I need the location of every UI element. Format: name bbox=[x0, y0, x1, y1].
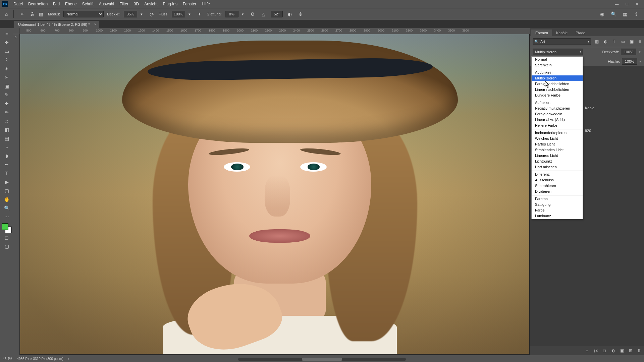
status-dimensions[interactable]: 4936 Px × 3319 Px (300 ppcm) bbox=[17, 357, 63, 361]
layer-fx-icon[interactable]: ƒx bbox=[593, 348, 598, 353]
blend-option-negativ-multiplizieren[interactable]: Negativ multiplizieren bbox=[532, 106, 583, 111]
filter-toggle[interactable] bbox=[639, 40, 641, 43]
blend-option-weiches-licht[interactable]: Weiches Licht bbox=[532, 136, 583, 141]
layers-search[interactable]: 🔍 Art ▾ bbox=[533, 38, 591, 45]
smoothing-value[interactable]: 0% bbox=[225, 11, 238, 17]
ruler-horizontal[interactable]: 5006007008009001000110012001300140015001… bbox=[19, 28, 530, 34]
frame-tool[interactable]: ▣ bbox=[1, 82, 12, 90]
menu-bild[interactable]: Bild bbox=[50, 1, 62, 7]
delete-layer-icon[interactable]: 🗑 bbox=[637, 348, 642, 353]
menu-schrift[interactable]: Schrift bbox=[79, 1, 96, 7]
document-canvas[interactable] bbox=[20, 34, 529, 354]
blend-mode-select[interactable]: Normal bbox=[63, 11, 104, 17]
lasso-tool[interactable]: ⌇ bbox=[1, 56, 12, 64]
horizontal-scrollbar[interactable] bbox=[238, 358, 406, 361]
adjustment-layer-icon[interactable]: ◐ bbox=[610, 348, 616, 353]
pen-tool[interactable]: ✒ bbox=[1, 160, 12, 169]
pressure-opacity-icon[interactable]: ◔ bbox=[148, 10, 155, 18]
filter-smart-icon[interactable]: ▣ bbox=[629, 39, 635, 45]
move-tool[interactable]: ✥ bbox=[1, 38, 12, 47]
blend-option-ausschluss[interactable]: Ausschluss bbox=[532, 177, 583, 183]
angle-icon[interactable]: △ bbox=[260, 10, 267, 18]
blend-option-ineinanderkopieren[interactable]: Ineinanderkopieren bbox=[532, 130, 583, 136]
home-button[interactable]: ⌂ bbox=[3, 10, 10, 18]
link-layers-icon[interactable]: ⚭ bbox=[584, 348, 590, 353]
menu-3d[interactable]: 3D bbox=[131, 1, 142, 7]
layer-opacity-value[interactable]: 100% bbox=[621, 49, 636, 55]
gradient-tool[interactable]: ▤ bbox=[1, 134, 12, 143]
layer-opacity-slider-toggle[interactable]: ▾ bbox=[638, 50, 641, 54]
blend-option-linear-abw-add-[interactable]: Linear abw. (Add.) bbox=[532, 117, 583, 123]
layer-mask-icon[interactable]: ◻ bbox=[602, 348, 607, 353]
blend-option-dividieren[interactable]: Dividieren bbox=[532, 189, 583, 194]
new-layer-icon[interactable]: ⊞ bbox=[628, 348, 633, 353]
blend-option-hart-mischen[interactable]: Hart mischen bbox=[532, 164, 583, 170]
layer-fill-slider-toggle[interactable]: ▾ bbox=[639, 59, 641, 64]
flow-slider-toggle[interactable]: ▾ bbox=[189, 12, 193, 16]
path-select-tool[interactable]: ▶ bbox=[1, 178, 12, 186]
blend-option-farbe[interactable]: Farbe bbox=[532, 207, 583, 213]
blend-option-lichtpunkt[interactable]: Lichtpunkt bbox=[532, 159, 583, 164]
layer-group-icon[interactable]: ▣ bbox=[619, 348, 625, 353]
blend-option-multiplizieren[interactable]: Multiplizieren bbox=[532, 75, 583, 81]
blend-option-differenz[interactable]: Differenz bbox=[532, 172, 583, 177]
zoom-tool[interactable]: 🔍 bbox=[1, 204, 12, 213]
screenmode-toggle[interactable]: ▢ bbox=[1, 242, 12, 251]
filter-shape-icon[interactable]: ▭ bbox=[620, 39, 626, 45]
crop-tool[interactable]: ✂ bbox=[1, 73, 12, 82]
ruler-vertical[interactable]: 0 bbox=[13, 34, 19, 355]
foreground-color-swatch[interactable] bbox=[2, 223, 8, 230]
dodge-tool[interactable]: ◗ bbox=[1, 152, 12, 160]
blend-option-sprenkeln[interactable]: Sprenkeln bbox=[532, 62, 583, 68]
blend-option-luminanz[interactable]: Luminanz bbox=[532, 213, 583, 219]
angle-value[interactable]: 52° bbox=[271, 11, 283, 17]
blend-option-dunklere-farbe[interactable]: Dunklere Farbe bbox=[532, 93, 583, 98]
menu-datei[interactable]: Datei bbox=[11, 1, 25, 7]
blend-option-farbton[interactable]: Farbton bbox=[532, 196, 583, 202]
menu-bearbeiten[interactable]: Bearbeiten bbox=[25, 1, 50, 7]
smoothing-options-icon[interactable]: ⚙ bbox=[249, 10, 257, 18]
search-icon[interactable]: 🔍 bbox=[610, 10, 617, 18]
clone-stamp-tool[interactable]: ⎌ bbox=[1, 117, 12, 125]
panel-tab-ebenen[interactable]: Ebenen bbox=[531, 29, 552, 36]
hand-tool[interactable]: ✋ bbox=[1, 195, 12, 204]
blend-option-farbig-abwedeln[interactable]: Farbig abwedeln bbox=[532, 111, 583, 117]
blend-option-s-ttigung[interactable]: Sättigung bbox=[532, 202, 583, 207]
close-tab-button[interactable]: × bbox=[94, 22, 96, 26]
type-tool[interactable]: T bbox=[1, 169, 12, 178]
blend-option-aufhellen[interactable]: Aufhellen bbox=[532, 100, 583, 106]
blend-option-normal[interactable]: Normal bbox=[532, 57, 583, 62]
workspace-icon[interactable]: ▦ bbox=[621, 10, 629, 18]
filter-type-icon[interactable]: T bbox=[611, 39, 617, 45]
symmetry-icon[interactable]: ❋ bbox=[297, 10, 304, 18]
menu-auswahl[interactable]: Auswahl bbox=[96, 1, 117, 7]
menu-hilfe[interactable]: Hilfe bbox=[199, 1, 213, 7]
blend-option-lineares-licht[interactable]: Lineares Licht bbox=[532, 153, 583, 159]
filter-pixel-icon[interactable]: ▦ bbox=[594, 39, 600, 45]
blend-option-hartes-licht[interactable]: Hartes Licht bbox=[532, 141, 583, 147]
menu-ebene[interactable]: Ebene bbox=[62, 1, 79, 7]
menu-plug-ins[interactable]: Plug-ins bbox=[160, 1, 180, 7]
blend-mode-dropdown[interactable]: NormalSprenkelnAbdunkelnMultiplizierenFa… bbox=[531, 56, 583, 219]
flow-value[interactable]: 100% bbox=[172, 11, 185, 17]
panel-tab-pfade[interactable]: Pfade bbox=[572, 29, 589, 36]
status-info-chevron[interactable]: › bbox=[68, 357, 69, 361]
blend-option-subtrahieren[interactable]: Subtrahieren bbox=[532, 183, 583, 189]
menu-filter[interactable]: Filter bbox=[117, 1, 131, 7]
blend-option-linear-nachbelichten[interactable]: Linear nachbelichten bbox=[532, 87, 583, 93]
marquee-tool[interactable]: ▭ bbox=[1, 47, 12, 56]
brush-icon[interactable]: ✏ bbox=[17, 10, 27, 18]
healing-brush-tool[interactable]: ✚ bbox=[1, 99, 12, 108]
menu-ansicht[interactable]: Ansicht bbox=[142, 1, 160, 7]
shape-tool[interactable]: ▢ bbox=[1, 186, 12, 195]
panel-tab-kanäle[interactable]: Kanäle bbox=[552, 29, 572, 36]
window-close-button[interactable]: ✕ bbox=[632, 1, 642, 7]
blend-option-strahlendes-licht[interactable]: Strahlendes Licht bbox=[532, 147, 583, 153]
blur-tool[interactable]: ∘ bbox=[1, 143, 12, 152]
document-tab[interactable]: Unbenannt-1 bei 46,4% (Ebene 2, RGB/8) *… bbox=[14, 21, 99, 28]
menu-fenster[interactable]: Fenster bbox=[180, 1, 199, 7]
quickmask-toggle[interactable]: ◻ bbox=[1, 233, 12, 242]
eyedropper-tool[interactable]: ✎ bbox=[1, 90, 12, 99]
blend-option-abdunkeln[interactable]: Abdunkeln bbox=[532, 70, 583, 75]
scrollbar-thumb[interactable] bbox=[302, 358, 342, 361]
